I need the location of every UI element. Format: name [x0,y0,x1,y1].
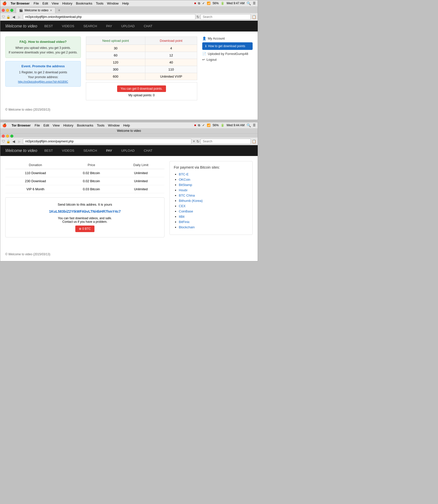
donation-3: VIP 6 Month [5,185,65,193]
time-1: Wed 9:47 AM [226,2,245,5]
bitcoin-sites: For payment via Bitcoin sites: BTC-E OKC… [170,161,253,235]
cex-link[interactable]: CEX [179,204,186,208]
site-content-1: FAQ. How to download video? When you upl… [0,32,258,120]
price-1: 0.02 Bitcoin [65,169,117,177]
bitstamp-link[interactable]: BitStamp [179,183,192,187]
list-item: Bithumb (Korea) [179,199,248,203]
forward-button-2[interactable]: ▶ [17,139,22,144]
nav-upload-1[interactable]: UPLOAD [119,21,137,32]
upload-val-2: 60 [86,52,145,59]
contact-text: Contact us if you have a problem. [11,220,159,224]
menu2-tools[interactable]: Tools [97,123,104,127]
tl-red-1[interactable] [2,9,5,12]
menu-view[interactable]: View [52,2,59,5]
menu-history[interactable]: History [62,2,72,5]
upload-val-5: 600 [86,73,145,80]
battery-text-2: 56% [213,123,219,127]
list-icon-1[interactable]: ☰ [253,2,256,5]
tab-favicon-1: 🎬 [19,9,23,12]
dropdown-icon-2[interactable]: ▼ [192,140,195,143]
address-input-1[interactable] [23,14,195,20]
search-icon-menubar-2[interactable]: 🔍 [247,123,251,127]
bitfinix-link[interactable]: BitFinix [179,220,190,224]
how-to-button[interactable]: ℹ How to get download points [202,42,253,50]
donation-2: 230 Download [5,177,65,185]
download-points-button[interactable]: You can get 0 download points. [117,85,166,92]
menu2-edit[interactable]: Edit [44,123,49,127]
coinbase-link[interactable]: CoinBase [179,209,193,213]
back-button-2[interactable]: ◀ [11,139,16,144]
list-item: CoinBase [179,209,248,213]
btce-link[interactable]: BTC-E [179,172,189,176]
browser-window-1: 🍎 Tor Browser File Edit View History Boo… [0,0,258,120]
price-3: 0.03 Bitcoin [65,185,117,193]
search-input-2[interactable] [200,139,251,144]
blockchain-link[interactable]: Blockchain [179,225,195,229]
nav2-search[interactable]: SEARCH [81,145,99,156]
table-row: 120 40 [86,59,197,66]
tab-close-1[interactable]: ✕ [50,9,52,12]
menu2-history[interactable]: History [63,123,73,127]
tl-yellow-2[interactable] [6,135,9,138]
menu-bar-2: 🍎 Tor Browser File Edit View History Boo… [0,122,258,128]
nav2-chat[interactable]: CHAT [142,145,154,156]
search-input-1[interactable] [200,14,251,20]
nav-search-1[interactable]: SEARCH [81,21,99,32]
reload-button-2[interactable]: ↻ [196,139,199,143]
upload-header: Need upload point [86,37,145,45]
logout-item[interactable]: ↩ Logout [202,58,253,61]
nav2-upload[interactable]: UPLOAD [119,145,137,156]
check-icon-1: ✓ [202,2,205,5]
nav2-best[interactable]: BEST [42,145,55,156]
browser-tab-1[interactable]: 🎬 Welcome to video ✕ [16,7,55,13]
clipboard-icon-2: ⧉ [198,123,200,127]
btcchina-link[interactable]: BTC China [179,194,195,197]
uploaded-by-label: Uploded by ForrestGump48 [208,52,248,56]
menu-bookmarks[interactable]: Bookmarks [76,2,92,5]
nav-pay-1[interactable]: PAY [104,21,114,32]
menu-help[interactable]: Help [122,2,129,5]
itbit-link[interactable]: ItBit [179,215,184,218]
menu-tools[interactable]: Tools [96,2,103,5]
menu2-file[interactable]: File [35,123,40,127]
donation-1: 110 Download [5,169,65,177]
safe-text: You can fast download videos, and safe. [11,216,159,220]
btc-button[interactable]: ⊕ 0 BTC [75,226,94,232]
menu2-help[interactable]: Help [123,123,130,127]
menu2-view[interactable]: View [53,123,60,127]
tl-yellow-1[interactable] [6,9,9,12]
tor-icon-1: ■ [194,2,196,5]
list-icon-2[interactable]: ☰ [253,123,256,127]
menu-window[interactable]: Window [107,2,119,5]
menu-edit[interactable]: Edit [43,2,48,5]
bithumb-link[interactable]: Bithumb (Korea) [179,199,203,203]
uploaded-by-item: 📄 Uploded by ForrestGump48 [202,52,253,56]
bitcoin-address[interactable]: 1KuL583biZ2YtkWFAbvLTNi4bHR7hmY4c7 [11,209,159,213]
menu-file[interactable]: File [34,2,39,5]
houbi-link[interactable]: Houbi [179,188,187,192]
menu2-bookmarks[interactable]: Bookmarks [77,123,93,127]
my-account-item[interactable]: 👤 My Account [202,37,253,40]
menu2-window[interactable]: Window [108,123,120,127]
upload-val-3: 120 [86,59,145,66]
event-link[interactable]: http://mt3pirzdiyqf6jim.onion?id=A01B9C [18,80,68,83]
window-title-bar: Welcome to video [0,128,258,134]
nav-chat-1[interactable]: CHAT [142,21,154,32]
tl-green-1[interactable] [10,9,13,12]
okcoin-link[interactable]: OKCoin [179,178,190,181]
event-box: Event. Promote the address 1 Register, t… [5,61,81,87]
check-icon-2: ✓ [202,123,205,127]
search-icon-menubar-1[interactable]: 🔍 [247,1,251,5]
nav2-videos[interactable]: VIDEOS [60,145,76,156]
nav-best-1[interactable]: BEST [42,21,55,32]
nav2-pay[interactable]: PAY [104,145,114,156]
menu-bar-1: 🍎 Tor Browser File Edit View History Boo… [0,0,258,6]
nav-videos-1[interactable]: VIDEOS [60,21,76,32]
new-tab-button-1[interactable]: + [56,8,62,13]
back-button-1[interactable]: ◀ [11,14,16,19]
reload-button-1[interactable]: ↻ [196,15,199,19]
tl-red-2[interactable] [2,135,5,138]
address-input-2[interactable] [23,139,191,144]
forward-button-1[interactable]: ▶ [17,14,22,19]
tl-green-2[interactable] [10,135,13,138]
